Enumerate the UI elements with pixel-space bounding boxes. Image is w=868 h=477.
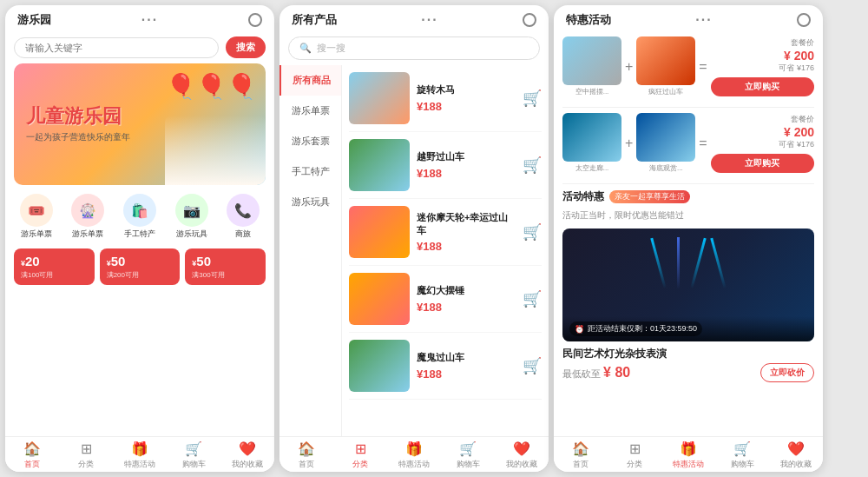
stage-lights [562,237,814,289]
banner-balloons-decoration: 🎈🎈🎈 [166,72,257,101]
product-image [349,340,410,392]
product-price: ¥188 [417,368,516,381]
nav-icon: ⊞ [81,441,92,457]
nav-label: 购物车 [731,459,754,470]
phone1-coupons: ¥20 满100可用 ¥50 满200可用 ¥50 满300可用 [5,243,274,290]
cat-icon: 🎡 [71,194,104,227]
nav-item[interactable]: 🎁 特惠活动 [661,441,715,470]
buy-button[interactable]: 立即购买 [711,77,814,96]
phone3-bottom-nav: 🏠 首页 ⊞ 分类 🎁 特惠活动 🛒 购物车 ❤️ 我的收藏 [554,436,823,472]
coupon-desc: 满300可用 [192,270,259,280]
phone1-search-bar: 搜索 [5,31,274,63]
sale-button[interactable]: 立即砍价 [760,363,814,382]
nav-item[interactable]: 🛒 购物车 [167,441,220,470]
cat-icon: 🛍️ [123,194,156,227]
nav-label: 分类 [352,459,368,470]
combo-info: 套餐价 ¥ 200 可省 ¥176 立即购买 [711,37,814,96]
nav-icon: 🛒 [459,441,477,457]
phone1-search-button[interactable]: 搜索 [226,36,266,58]
phone1-bottom-nav: 🏠 首页 ⊞ 分类 🎁 特惠活动 🛒 购物车 ❤️ 我的收藏 [5,436,274,472]
nav-item[interactable]: ❤️ 我的收藏 [769,441,823,470]
add-to-cart-icon[interactable]: 🛒 [523,222,542,242]
phone2-header: 所有产品 ··· [279,5,549,31]
combo-item: 空中摇摆... + 疯狂过山车 = 套餐价 ¥ 200 可省 ¥176 立即购买 [562,36,814,108]
combo-img2 [636,36,695,85]
product-info: 越野过山车 ¥188 [417,150,516,179]
product-image [349,139,410,191]
add-to-cart-icon[interactable]: 🛒 [523,289,542,308]
combo-price-label: 套餐价 [711,114,814,125]
category-item[interactable]: 📷 游乐玩具 [175,194,208,240]
activity-title: 活动特惠 [562,189,604,204]
sidebar-item[interactable]: 所有商品 [279,65,341,96]
add-to-cart-icon[interactable]: 🛒 [523,89,542,108]
phone3-title: 特惠活动 [566,12,611,28]
nav-label: 我的收藏 [232,459,263,470]
nav-item[interactable]: ⊞ 分类 [608,441,661,470]
phone1-circle-icon[interactable] [248,13,262,27]
category-item[interactable]: 🎟️ 游乐单票 [20,194,53,240]
activity-header: 活动特惠 亲友一起享尊享生活 [562,186,814,208]
phone1-header: 游乐园 ··· [5,5,274,31]
combo-img1 [562,36,621,85]
nav-item[interactable]: 🎁 特惠活动 [387,441,441,470]
nav-item[interactable]: 🛒 购物车 [441,441,495,470]
add-to-cart-icon[interactable]: 🛒 [523,156,542,175]
nav-item[interactable]: 🎁 特惠活动 [113,441,167,470]
event-price-num: ¥ 80 [603,365,630,380]
coupon-item[interactable]: ¥20 满100可用 [14,248,95,285]
coupon-price: ¥50 [107,254,174,268]
nav-label: 购物车 [457,459,480,470]
nav-label: 特惠活动 [673,459,704,470]
combo-price: ¥ 200 [711,49,814,63]
phone1-search-input[interactable] [14,37,219,58]
product-name: 迷你摩天轮+幸运过山车 [417,211,516,236]
cat-icon: 📷 [175,194,208,227]
nav-label: 首页 [573,459,589,470]
cat-label: 游乐单票 [72,229,103,240]
coupon-item[interactable]: ¥50 满200可用 [100,248,181,285]
cat-icon: 🎟️ [20,194,53,227]
combo-img2 [636,113,695,162]
coupon-item[interactable]: ¥50 满300可用 [185,248,266,285]
timer-text: 距活动结束仅剩：01天23:59:50 [588,323,697,335]
phone3-header: 特惠活动 ··· [554,5,823,31]
phone2-dots[interactable]: ··· [421,12,437,28]
combo-img1 [562,113,621,162]
category-item[interactable]: 🛍️ 手工特产 [123,194,156,240]
combo-img2-label: 疯狂过山车 [648,87,683,96]
category-item[interactable]: 📞 商旅 [227,194,260,240]
cat-label: 手工特产 [124,229,155,240]
activity-desc: 活动正当时，限时优惠岂能错过 [562,208,814,223]
buy-button[interactable]: 立即购买 [711,154,814,173]
add-to-cart-icon[interactable]: 🛒 [523,356,542,375]
nav-label: 购物车 [182,459,206,470]
nav-item[interactable]: 🏠 首页 [5,441,59,470]
phone3-dots[interactable]: ··· [695,12,712,28]
nav-icon: 🎁 [680,441,697,457]
nav-item[interactable]: ⊞ 分类 [59,441,113,470]
nav-item[interactable]: ⊞ 分类 [333,441,387,470]
phone2-search-placeholder: 搜一搜 [317,42,345,55]
event-name: 民间艺术灯光杂技表演 [562,347,814,361]
sidebar-item[interactable]: 游乐玩具 [279,187,341,217]
nav-item[interactable]: ❤️ 我的收藏 [495,441,549,470]
sidebar-item[interactable]: 游乐单票 [279,96,341,126]
sidebar-item[interactable]: 手工特产 [279,156,341,187]
phone2-circle-icon[interactable] [523,13,536,27]
nav-item[interactable]: ❤️ 我的收藏 [220,441,274,470]
product-name: 旋转木马 [417,83,516,96]
phone2-search-inner[interactable]: 🔍 搜一搜 [288,36,540,60]
phone1-dots[interactable]: ··· [141,12,158,28]
coupon-price: ¥20 [21,254,88,268]
phone2-sidebar: 所有商品游乐单票游乐套票手工特产游乐玩具 [279,65,342,436]
product-info: 魔幻大摆锤 ¥188 [417,284,516,313]
nav-item[interactable]: 🛒 购物车 [715,441,769,470]
phone3-content: 空中摇摆... + 疯狂过山车 = 套餐价 ¥ 200 可省 ¥176 立即购买… [554,31,823,436]
nav-item[interactable]: 🏠 首页 [554,441,608,470]
sidebar-item[interactable]: 游乐套票 [279,126,341,156]
phone3-circle-icon[interactable] [797,13,811,27]
product-item: 魔幻大摆锤 ¥188 🛒 [349,266,542,333]
nav-item[interactable]: 🏠 首页 [279,441,333,470]
category-item[interactable]: 🎡 游乐单票 [71,194,104,240]
